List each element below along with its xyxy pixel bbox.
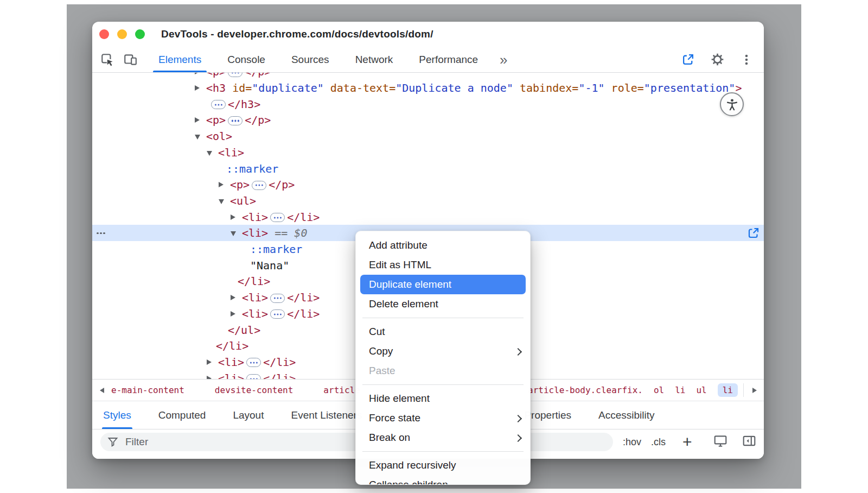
breadcrumb-item-devsite-content[interactable]: devsite-content	[215, 385, 293, 395]
context-menu-item-hide-element[interactable]: Hide element	[356, 389, 530, 408]
sidebar-toggle-icon[interactable]	[742, 434, 756, 450]
ellipsis-expander-icon[interactable]	[246, 358, 261, 367]
expand-arrow-icon[interactable]	[195, 73, 200, 74]
token-tag: </li>	[216, 339, 248, 352]
context-menu-item-collapse-children[interactable]: Collapse children	[356, 475, 530, 485]
zoom-window-button[interactable]	[135, 29, 145, 39]
tab-properties[interactable]: Properties	[524, 401, 571, 429]
dom-tree-row[interactable]: <ol>	[92, 128, 764, 144]
close-window-button[interactable]	[99, 29, 109, 39]
dom-tree-row[interactable]: <p></p>	[92, 176, 764, 193]
ellipsis-expander-icon[interactable]	[228, 73, 242, 77]
tab-styles[interactable]: Styles	[103, 401, 131, 429]
expand-arrow-icon[interactable]	[231, 311, 235, 317]
minimize-window-button[interactable]	[117, 29, 127, 39]
context-menu-item-edit-as-html[interactable]: Edit as HTML	[356, 255, 530, 275]
breadcrumb-item-ol[interactable]: ol	[654, 385, 664, 395]
collapse-arrow-icon[interactable]	[207, 151, 212, 156]
collapse-arrow-icon[interactable]	[219, 199, 224, 204]
context-menu-item-delete-element[interactable]: Delete element	[356, 294, 530, 314]
tab-network[interactable]: Network	[350, 47, 399, 72]
new-style-rule-button[interactable]: +	[682, 434, 692, 450]
breadcrumb-left-group: e-main-contentdevsite-contentarticle	[111, 380, 360, 401]
accessibility-person-icon[interactable]	[720, 92, 744, 116]
toggle-element-state-button[interactable]: :hov	[623, 437, 641, 448]
breadcrumb-item-article-body-clearfix[interactable]: article-body.clearfix.	[528, 385, 643, 395]
token-tag: </p>	[269, 178, 295, 191]
tab-accessibility[interactable]: Accessibility	[598, 401, 654, 429]
context-menu-item-break-on[interactable]: Break on	[356, 428, 530, 447]
expand-arrow-icon[interactable]	[219, 182, 224, 187]
dom-tree-row[interactable]: <p></p>	[92, 112, 764, 128]
dom-tree-row[interactable]: <li></li>	[92, 209, 764, 225]
device-toolbar-icon[interactable]	[123, 52, 138, 67]
dom-tree-row[interactable]: <li>	[92, 144, 764, 161]
token-tag: <h3	[206, 81, 232, 94]
breadcrumb-item-li[interactable]: li	[675, 385, 685, 395]
dom-node-text: ::marker	[92, 161, 764, 177]
context-menu-item-expand-recursively[interactable]: Expand recursively	[356, 456, 530, 475]
rendering-monitor-icon[interactable]	[713, 434, 727, 450]
dom-tree-row[interactable]: <ul>	[92, 193, 764, 209]
toggle-class-button[interactable]: .cls	[651, 437, 666, 448]
collapse-arrow-icon[interactable]	[231, 231, 236, 236]
tab-layout[interactable]: Layout	[233, 401, 264, 429]
token-tag: <li>	[218, 146, 244, 159]
context-menu-item-copy[interactable]: Copy	[356, 342, 530, 361]
dom-tree-row[interactable]: <p></p>	[92, 73, 764, 80]
submenu-chevron-icon	[514, 434, 522, 441]
dom-node-text: <ol>	[92, 128, 764, 144]
dom-tree-row[interactable]: <h3 id="duplicate" data-text="Duplicate …	[92, 80, 764, 96]
dom-node-text: <li></li>	[92, 209, 764, 225]
context-menu: Add attributeEdit as HTMLDuplicate eleme…	[355, 231, 531, 485]
extension-icon[interactable]	[680, 52, 695, 67]
inspect-element-icon[interactable]	[100, 52, 115, 67]
dom-node-text: </h3>	[92, 96, 764, 112]
breadcrumb-item-li-selected[interactable]: li	[718, 383, 738, 397]
kebab-menu-icon[interactable]	[739, 52, 754, 67]
tab-sources[interactable]: Sources	[286, 47, 335, 72]
token-marker: ::marker	[226, 162, 278, 175]
node-adorner-icon[interactable]	[747, 226, 760, 239]
breadcrumb-item-e-main-content[interactable]: e-main-content	[111, 385, 184, 395]
context-menu-item-cut[interactable]: Cut	[356, 322, 530, 342]
ellipsis-expander-icon[interactable]	[211, 100, 226, 109]
expand-arrow-icon[interactable]	[231, 295, 235, 300]
dom-tree-row[interactable]: ::marker	[92, 161, 764, 177]
expand-arrow-icon[interactable]	[195, 117, 200, 123]
token-attr: role=	[605, 81, 644, 94]
dom-node-text: <p></p>	[92, 176, 764, 193]
tab-event-listeners[interactable]: Event Listeners	[291, 401, 362, 429]
expand-arrow-icon[interactable]	[231, 214, 235, 220]
devtools-toolbar: ElementsConsoleSourcesNetworkPerformance…	[92, 47, 764, 73]
settings-gear-icon[interactable]	[710, 52, 725, 67]
ellipsis-expander-icon[interactable]	[252, 181, 266, 190]
tab-performance[interactable]: Performance	[413, 47, 483, 72]
token-tag: <li>	[242, 211, 268, 224]
expand-arrow-icon[interactable]	[195, 85, 200, 91]
more-tabs-icon[interactable]: »	[500, 53, 507, 67]
ellipsis-expander-icon[interactable]	[270, 309, 285, 319]
tab-computed[interactable]: Computed	[158, 401, 206, 429]
ellipsis-expander-icon[interactable]	[270, 213, 285, 222]
token-value: "presentation"	[644, 81, 736, 94]
context-menu-item-force-state[interactable]: Force state	[356, 408, 530, 428]
collapse-arrow-icon[interactable]	[195, 135, 200, 140]
breadcrumb-scroll-right-icon[interactable]	[752, 388, 757, 393]
breadcrumb-item-article[interactable]: article	[323, 385, 360, 395]
token-tag: </li>	[287, 307, 320, 320]
context-menu-item-add-attribute[interactable]: Add attribute	[356, 236, 530, 255]
ellipsis-expander-icon[interactable]	[270, 294, 285, 303]
dom-tree-row[interactable]: </h3>	[92, 96, 764, 112]
token-tag: <li>	[218, 356, 244, 369]
tab-console[interactable]: Console	[222, 47, 271, 72]
context-menu-item-duplicate-element[interactable]: Duplicate element	[360, 275, 526, 294]
breadcrumb-item-ul[interactable]: ul	[696, 385, 706, 395]
breadcrumb-scroll-left-icon[interactable]	[100, 388, 104, 393]
row-gutter-dots-icon	[97, 225, 105, 241]
tab-elements[interactable]: Elements	[153, 47, 207, 72]
ellipsis-expander-icon[interactable]	[246, 374, 261, 379]
expand-arrow-icon[interactable]	[207, 359, 212, 365]
ellipsis-expander-icon[interactable]	[228, 116, 242, 125]
token-dollar: $0	[294, 226, 307, 239]
